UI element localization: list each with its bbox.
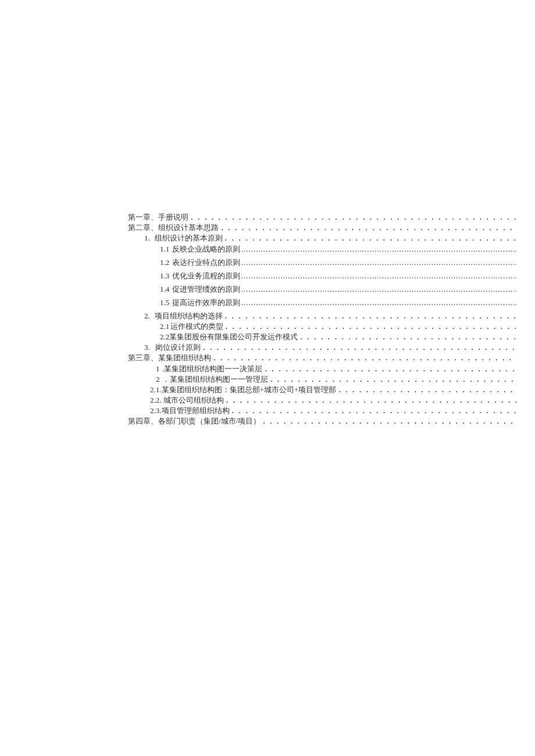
toc-entry-title: 提高运作效率的原则 — [172, 298, 240, 308]
toc-dot-leader: ........................................… — [224, 311, 516, 321]
toc-dot-leader: ........................................… — [269, 374, 516, 385]
toc-entry-title: 岗位设计原则 — [155, 342, 201, 353]
toc-dot-leader: ........................................… — [241, 257, 516, 268]
toc-entry-title: 表达行业特点的原则 — [172, 257, 240, 268]
toc-entry: 1.2表达行业特点的原则............................… — [128, 257, 518, 271]
toc-entry: 2.1运作模式的类型..............................… — [128, 321, 518, 332]
toc-dot-leader: ........................................… — [241, 271, 516, 281]
toc-entry-number: 2. — [144, 311, 155, 321]
toc-entry-title: ．某集团组织结构图一一管理层 — [162, 374, 268, 385]
toc-entry: 3.岗位设计原则................................… — [128, 342, 518, 353]
toc-entry: 2.项目组织结构的选择.............................… — [128, 311, 518, 321]
toc-dot-leader: ........................................… — [224, 233, 516, 243]
toc-entry-title: 第三章、某集团组织结构 — [128, 353, 211, 363]
toc-entry: 2．某集团组织结构图一一管理层.........................… — [128, 374, 518, 385]
toc-dot-leader: ........................................… — [225, 395, 516, 406]
toc-dot-leader: ........................................… — [224, 321, 516, 332]
toc-entry-number: 1.5 — [160, 298, 172, 308]
toc-dot-leader: ........................................… — [212, 353, 516, 363]
toc-dot-leader: ........................................… — [241, 244, 516, 255]
toc-entry-title: 第一章、手册说明 — [128, 212, 188, 223]
toc-entry: 2.1.某集团组织结构图：集团总部+城市公司+项目管理部............… — [128, 385, 518, 395]
toc-entry-number: 2.1 — [160, 321, 170, 332]
toc-entry-title: 促进管理绩效的原则 — [172, 284, 240, 295]
toc-dot-leader: ........................................… — [202, 342, 516, 353]
toc-entry-title: 反映企业战略的原则 — [172, 244, 240, 255]
toc-entry-number: 1 — [156, 364, 162, 374]
toc-entry: 第二章、组织设计基本思路............................… — [128, 223, 518, 233]
toc-entry-title: 2.2. 城市公司组织结构 — [150, 395, 224, 406]
toc-entry: 2.2某集团股份有限集团公司开发运作模式....................… — [128, 332, 518, 342]
toc-dot-leader: ........................................… — [241, 284, 516, 295]
toc-entry-title: 组织设计的基本原则 — [155, 233, 223, 243]
toc-entry: 1.组织设计的基本原则.............................… — [128, 233, 518, 243]
toc-entry-title: .某集团组织结构图一一决策层 — [162, 364, 262, 374]
toc-dot-leader: ........................................… — [263, 364, 516, 374]
toc-entry: 2.3.项目管理部组织结构...........................… — [128, 406, 518, 416]
toc-dot-leader: ........................................… — [299, 332, 516, 342]
toc-entry: 2.2. 城市公司组织结构...........................… — [128, 395, 518, 406]
toc-entry: 第一章、手册说明................................… — [128, 212, 518, 223]
toc-entry-number: 1.4 — [160, 284, 172, 295]
toc-entry: 第三章、某集团组织结构.............................… — [128, 353, 518, 363]
toc-entry-number: 2 — [156, 374, 162, 385]
toc-entry-number: 1.3 — [160, 271, 172, 281]
toc-dot-leader: ........................................… — [262, 416, 516, 427]
toc-dot-leader: ........................................… — [220, 223, 516, 233]
toc-dot-leader: ........................................… — [190, 212, 516, 223]
toc-entry-title: 第二章、组织设计基本思路 — [128, 223, 219, 233]
toc-entry-number: 2.2 — [160, 332, 169, 342]
toc-dot-leader: ........................................… — [241, 298, 516, 308]
table-of-contents: 第一章、手册说明................................… — [128, 212, 518, 427]
toc-entry-title: 2.3.项目管理部组织结构 — [150, 406, 230, 416]
toc-entry-title: 2.1.某集团组织结构图：集团总部+城市公司+项目管理部 — [150, 385, 336, 395]
toc-dot-leader: ........................................… — [337, 385, 516, 395]
toc-entry-number: 1.2 — [160, 257, 172, 268]
toc-entry-title: 优化业务流程的原则 — [172, 271, 240, 281]
toc-entry-title: 第四章、各部门职责（集团/城市/项目） — [128, 416, 261, 427]
toc-entry-title: 某集团股份有限集团公司开发运作模式 — [169, 332, 298, 342]
toc-entry: 1.4促进管理绩效的原则............................… — [128, 284, 518, 298]
toc-entry-number: 3. — [144, 342, 155, 353]
toc-entry: 1.3优化业务流程的原则............................… — [128, 271, 518, 284]
toc-entry: 1.1反映企业战略的原则............................… — [128, 244, 518, 257]
toc-entry-number: 1.1 — [160, 244, 172, 255]
toc-entry: 1.5提高运作效率的原则............................… — [128, 298, 518, 311]
toc-dot-leader: ........................................… — [231, 406, 517, 416]
toc-entry-number: 1. — [144, 233, 155, 243]
toc-entry: 1.某集团组织结构图一一决策层.........................… — [128, 364, 518, 374]
toc-entry: 第四章、各部门职责（集团/城市/项目）.....................… — [128, 416, 518, 427]
toc-entry-title: 运作模式的类型 — [170, 321, 223, 332]
toc-entry-title: 项目组织结构的选择 — [155, 311, 223, 321]
